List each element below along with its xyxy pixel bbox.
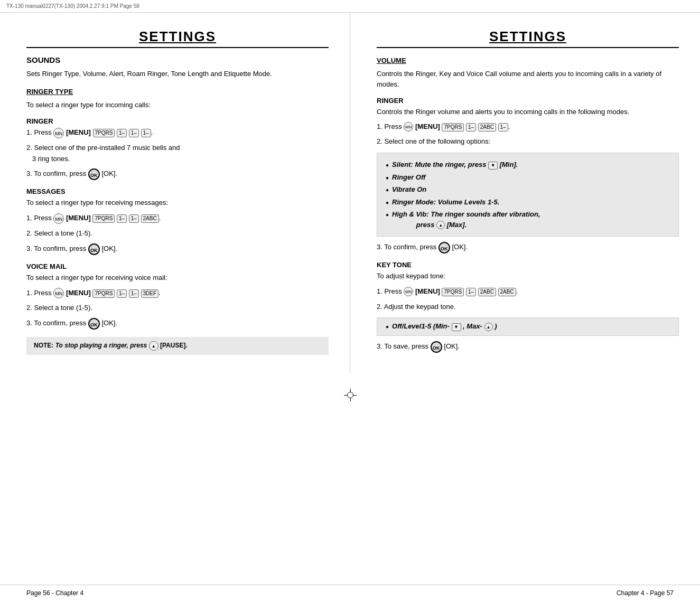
key-7pqrs-3: 7PQRS — [92, 289, 115, 298]
max-key-2: ▲ — [484, 323, 493, 331]
ok-button-1: OK — [88, 168, 100, 180]
option-ringer-off: Ringer Off — [386, 171, 670, 184]
key-1dash-3: 1– — [141, 129, 151, 137]
right-column: SETTINGS VOLUME Controls the Ringer, Key… — [350, 13, 700, 373]
ringer-type-heading: RINGER TYPE — [26, 88, 329, 96]
key-1dash-r2: 1– — [498, 123, 508, 132]
option-keytone-level: Off/Level1-5 (Min- ▼ , Max- ▲ ) — [386, 322, 670, 331]
option-ringer-mode: Ringer Mode: Volume Levels 1-5. — [386, 196, 670, 209]
ringer-options-list: Silent: Mute the ringer, press ▼ [Min]. … — [386, 158, 670, 231]
option-silent: Silent: Mute the ringer, press ▼ [Min]. — [386, 158, 670, 171]
menu-key-small: MN — [53, 128, 64, 138]
key-7pqrs-r1: 7PQRS — [442, 123, 464, 132]
key-7pqrs-r2: 7PQRS — [442, 288, 464, 296]
left-section-title: SETTINGS — [26, 29, 329, 48]
ringer-type-intro: To select a ringer type for incoming cal… — [26, 100, 329, 110]
keytone-step3: 3. To save, press OK [OK]. — [377, 341, 679, 353]
page-header: TX-130 manual0227(TX-130) 2004.2.27 9:1 … — [0, 0, 700, 13]
bottom-crosshair-container — [0, 389, 700, 401]
ok-button-3: OK — [88, 318, 100, 330]
key-1dash-2: 1– — [129, 129, 139, 137]
key-2abc-r1: 2ABC — [478, 123, 496, 132]
keytone-options-box: Off/Level1-5 (Min- ▼ , Max- ▲ ) — [377, 317, 679, 336]
ringer-options-box: Silent: Mute the ringer, press ▼ [Min]. … — [377, 153, 679, 237]
messages-desc: To select a ringer type for receiving me… — [26, 198, 329, 209]
ringer-step3: 3. To confirm, press OK [OK]. — [26, 168, 329, 180]
option-high-vib: High & Vib: The ringer sounds after vibr… — [386, 208, 670, 231]
menu-key-right-1: MN — [404, 122, 413, 132]
key-7pqrs-1: 7PQRS — [93, 129, 115, 137]
ringer-right-step3: 3. To confirm, press OK [OK]. — [377, 242, 679, 253]
key-1dash-1: 1– — [117, 129, 127, 137]
min-key: ▼ — [488, 162, 498, 170]
ok-button-right-2: OK — [431, 341, 442, 353]
key-1dash-7: 1– — [129, 289, 139, 298]
left-column: SETTINGS SOUNDS Sets Ringer Type, Volume… — [0, 13, 350, 373]
ringer-heading-right: RINGER — [377, 97, 679, 105]
menu-key-small-3: MN — [53, 288, 64, 298]
ringer-step1: 1. Press MN [MENU] 7PQRS 1– 1– 1–. — [26, 127, 329, 138]
voicemail-step1: 1. Press MN [MENU] 7PQRS 1– 1– 3DEF. — [26, 288, 329, 299]
key-1dash-r1: 1– — [466, 123, 476, 132]
ringer-right-step2: 2. Select one of the following options: — [377, 136, 679, 147]
messages-heading: MESSAGES — [26, 187, 329, 195]
voicemail-heading: VOICE MAIL — [26, 262, 329, 270]
ringer-right-step1: 1. Press MN [MENU] 7PQRS 1– 2ABC 1–. — [377, 121, 679, 133]
ringer-heading-left: RINGER — [26, 117, 329, 125]
voicemail-step3: 3. To confirm, press OK [OK]. — [26, 318, 329, 330]
right-section-title: SETTINGS — [377, 29, 679, 48]
max-key: ▲ — [436, 221, 445, 229]
key-2abc-r2: 2ABC — [478, 288, 496, 296]
keytone-options-list: Off/Level1-5 (Min- ▼ , Max- ▲ ) — [386, 322, 670, 331]
option-vibrate-on: Vibrate On — [386, 183, 670, 196]
keytone-step1: 1. Press MN [MENU] 7PQRS 1– 2ABC 2ABC. — [377, 286, 679, 297]
ok-button-right-1: OK — [438, 242, 450, 253]
bottom-crosshair — [344, 389, 357, 401]
volume-heading: VOLUME — [377, 57, 679, 64]
ok-button-2: OK — [88, 243, 100, 255]
keytone-heading: KEY TONE — [377, 261, 679, 269]
key-2abc-r3: 2ABC — [498, 288, 516, 296]
menu-key-right-2: MN — [404, 287, 413, 296]
key-2abc-1: 2ABC — [141, 214, 159, 223]
messages-step3: 3. To confirm, press OK [OK]. — [26, 243, 329, 255]
keytone-step2: 2. Adjust the keypad tone. — [377, 302, 679, 313]
key-1dash-6: 1– — [117, 289, 127, 298]
sounds-heading: SOUNDS — [26, 55, 329, 64]
pause-key-icon: ▲ — [149, 341, 158, 351]
ringer-step2: 2. Select one of the pre-installed 7 mus… — [26, 143, 329, 165]
messages-step2: 2. Select a tone (1-5). — [26, 228, 329, 239]
header-text: TX-130 manual0227(TX-130) 2004.2.27 9:1 … — [6, 3, 139, 9]
voicemail-desc: To select a ringer type for receiving vo… — [26, 273, 329, 284]
voicemail-step2: 2. Select a tone (1-5). — [26, 303, 329, 314]
key-1dash-r3: 1– — [466, 288, 476, 296]
note-box: NOTE: To stop playing a ringer, press ▲ … — [26, 337, 329, 355]
volume-desc: Controls the Ringer, Key and Voice Call … — [377, 69, 679, 89]
key-1dash-5: 1– — [129, 214, 139, 223]
menu-key-small-2: MN — [53, 213, 64, 224]
sounds-desc: Sets Ringer Type, Volume, Alert, Roam Ri… — [26, 69, 329, 79]
ringer-desc-right: Controls the Ringer volume and alerts yo… — [377, 107, 679, 117]
key-7pqrs-2: 7PQRS — [92, 214, 115, 223]
keytone-desc: To adjust keypad tone: — [377, 271, 679, 282]
page-footer: Page 56 - Chapter 4 Chapter 4 - Page 57 — [0, 585, 700, 601]
messages-step1: 1. Press MN [MENU] 7PQRS 1– 1– 2ABC. — [26, 213, 329, 224]
min-key-2: ▼ — [452, 323, 461, 331]
key-3def-1: 3DEF — [141, 289, 159, 298]
footer-right: Chapter 4 - Page 57 — [617, 589, 674, 597]
key-1dash-4: 1– — [117, 214, 127, 223]
footer-left: Page 56 - Chapter 4 — [26, 589, 83, 597]
